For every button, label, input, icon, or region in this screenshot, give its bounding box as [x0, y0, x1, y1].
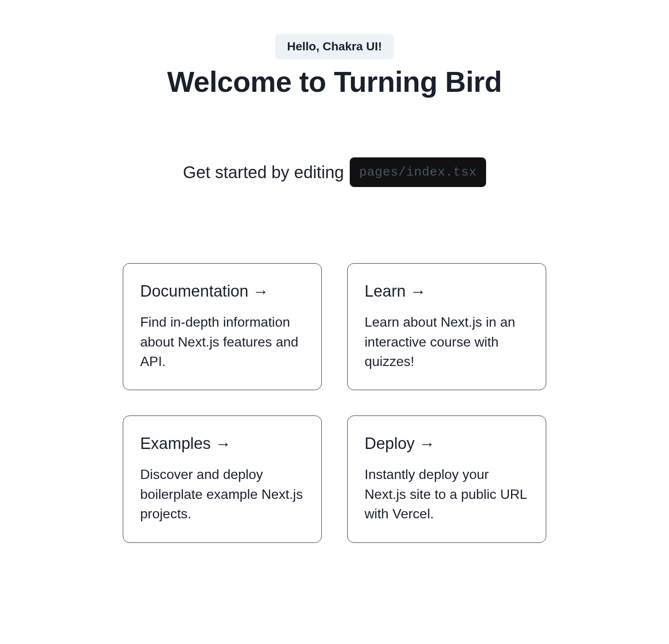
deploy-card-title: Deploy →: [365, 435, 529, 453]
learn-card[interactable]: Learn → Learn about Next.js in an intera…: [347, 263, 546, 390]
card-title-text: Documentation: [140, 282, 249, 300]
get-started-text: Get started by editing: [183, 163, 344, 182]
page-title: Welcome to Turning Bird: [167, 65, 502, 98]
get-started-line: Get started by editing pages/index.tsx: [183, 157, 486, 187]
arrow-right-icon: →: [410, 283, 426, 300]
card-title-text: Examples: [140, 435, 211, 453]
learn-card-title: Learn →: [365, 282, 529, 300]
main-container: Hello, Chakra UI! Welcome to Turning Bir…: [97, 0, 572, 560]
documentation-card-desc: Find in-depth information about Next.js …: [140, 312, 304, 371]
arrow-right-icon: →: [419, 436, 435, 452]
examples-card-desc: Discover and deploy boilerplate example …: [140, 465, 304, 523]
card-title-text: Learn: [365, 282, 406, 300]
documentation-card-title: Documentation →: [140, 282, 304, 300]
hello-badge: Hello, Chakra UI!: [275, 34, 394, 59]
code-file-chip: pages/index.tsx: [350, 157, 486, 187]
examples-card-title: Examples →: [140, 435, 304, 453]
examples-card[interactable]: Examples → Discover and deploy boilerpla…: [123, 416, 322, 542]
deploy-card-desc: Instantly deploy your Next.js site to a …: [365, 465, 529, 523]
learn-card-desc: Learn about Next.js in an interactive co…: [365, 312, 529, 371]
card-title-text: Deploy: [365, 435, 415, 453]
arrow-right-icon: →: [253, 283, 269, 300]
cards-grid: Documentation → Find in-depth informatio…: [106, 263, 563, 542]
documentation-card[interactable]: Documentation → Find in-depth informatio…: [123, 263, 322, 390]
deploy-card[interactable]: Deploy → Instantly deploy your Next.js s…: [347, 416, 546, 542]
arrow-right-icon: →: [215, 436, 231, 452]
